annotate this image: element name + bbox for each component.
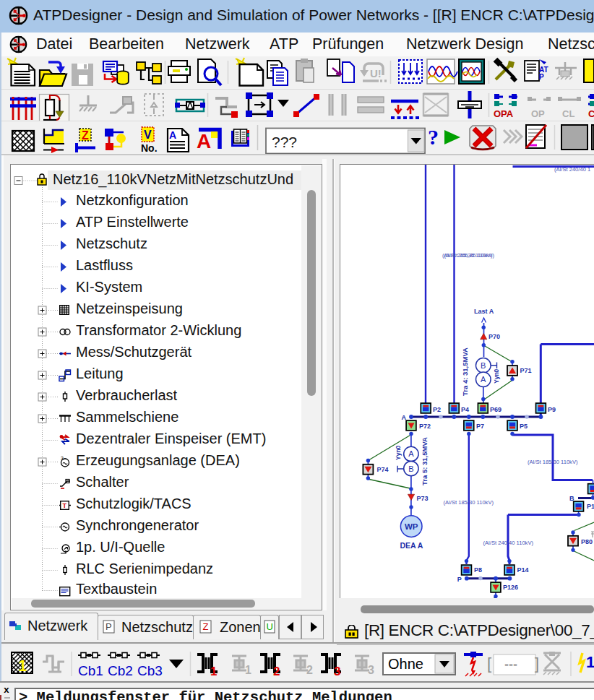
svg-text:B: B	[481, 361, 486, 370]
svg-text:P8: P8	[474, 566, 482, 574]
svg-text:T: T	[63, 502, 67, 509]
svg-text:Cb1: Cb1	[78, 663, 103, 678]
svg-text:Last A: Last A	[474, 308, 494, 315]
svg-text:A: A	[197, 130, 211, 152]
svg-text:1: 1	[210, 665, 217, 678]
svg-text:A: A	[408, 449, 414, 458]
svg-text:(Al/St 185/30 110kV): (Al/St 185/30 110kV)	[444, 499, 494, 506]
svg-text:P: P	[457, 576, 462, 583]
svg-text:(Al/St 265,85 110kV): (Al/St 265,85 110kV)	[444, 252, 495, 259]
svg-text:U: U	[267, 621, 273, 632]
svg-text:???: ???	[272, 134, 297, 150]
svg-text:3: 3	[334, 665, 340, 678]
svg-text:P74: P74	[377, 466, 389, 473]
svg-text:3~: 3~	[61, 456, 66, 461]
svg-text:B: B	[569, 495, 574, 502]
svg-text:OP: OP	[531, 108, 545, 119]
svg-text:(Al/St 185/30 110kV): (Al/St 185/30 110kV)	[528, 459, 578, 465]
svg-text:1: 1	[586, 653, 594, 671]
svg-text:WP: WP	[405, 522, 418, 531]
svg-text:Tra 5: 31,5MVA: Tra 5: 31,5MVA	[421, 437, 429, 485]
svg-text:P9: P9	[548, 406, 556, 413]
svg-text:P7: P7	[476, 423, 484, 430]
svg-text:P5: P5	[520, 423, 528, 430]
svg-text:U!: U!	[370, 67, 382, 79]
svg-text:P14: P14	[517, 566, 529, 574]
svg-text:CL: CL	[562, 108, 574, 119]
svg-text:P71: P71	[520, 367, 532, 374]
svg-text:1: 1	[245, 664, 251, 676]
svg-text:A: A	[169, 129, 176, 141]
svg-text:A: A	[481, 375, 486, 384]
svg-text:P73: P73	[417, 495, 429, 502]
svg-text:?: ?	[428, 125, 439, 149]
svg-text:[: [	[487, 654, 491, 673]
svg-text:Yyn0: Yyn0	[493, 368, 500, 384]
svg-text:Ohne: Ohne	[388, 656, 423, 672]
svg-text:OPA: OPA	[494, 108, 514, 119]
svg-text:P4: P4	[461, 406, 469, 413]
svg-text:]: ]	[535, 654, 539, 673]
svg-text:P1: P1	[587, 503, 594, 510]
svg-text:A: A	[402, 414, 407, 421]
svg-text:1: 1	[18, 657, 27, 675]
svg-text:P126: P126	[503, 584, 518, 591]
svg-text:---: ---	[504, 657, 517, 672]
svg-text:2: 2	[306, 664, 313, 676]
svg-text:Z: Z	[203, 621, 209, 632]
svg-text:Cb3: Cb3	[137, 663, 163, 678]
svg-text:3: 3	[368, 664, 374, 676]
svg-text:2: 2	[273, 665, 280, 678]
svg-text:P80: P80	[581, 538, 593, 545]
svg-text:P2: P2	[433, 406, 441, 413]
svg-text:(Al/St 240/40 1: (Al/St 240/40 1	[554, 166, 590, 173]
svg-text:(Al/St 240/40 110kV): (Al/St 240/40 110kV)	[483, 540, 534, 546]
svg-text:DEA A: DEA A	[400, 541, 423, 550]
svg-text:P: P	[106, 621, 112, 632]
svg-text:B: B	[408, 464, 413, 473]
svg-text:CLA: CLA	[588, 108, 594, 119]
svg-text:P69: P69	[490, 406, 502, 413]
svg-text:P: P	[539, 73, 544, 81]
svg-text:P72: P72	[419, 423, 431, 430]
svg-text:No.: No.	[141, 142, 158, 154]
svg-text:Z: Z	[82, 129, 89, 142]
svg-text:Yyn0: Yyn0	[395, 445, 402, 460]
svg-text:Tra 4: 31,5MVA: Tra 4: 31,5MVA	[461, 347, 469, 396]
svg-text:P70: P70	[488, 333, 500, 340]
svg-text:Cb2: Cb2	[108, 663, 133, 678]
svg-text:V: V	[144, 129, 152, 141]
